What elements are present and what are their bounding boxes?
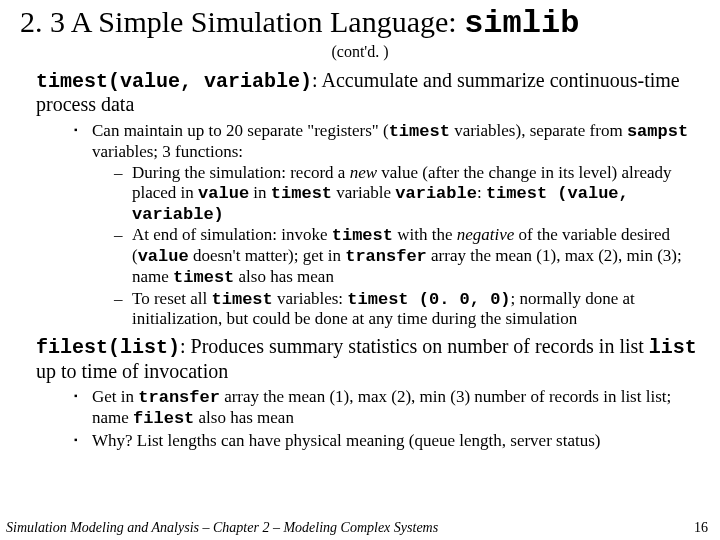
- text: To reset all: [132, 289, 212, 308]
- filest-bullets: Get in transfer array the mean (1), max …: [74, 387, 702, 450]
- text: variables), separate from: [450, 121, 627, 140]
- text: Why? List lengths can have physical mean…: [92, 431, 600, 450]
- text: also has mean: [234, 267, 334, 286]
- code: timest: [332, 226, 393, 245]
- code: value: [138, 247, 189, 266]
- timest-heading: timest(value, variable): Accumulate and …: [36, 69, 702, 117]
- slide: 2. 3 A Simple Simulation Language: simli…: [0, 0, 720, 540]
- emphasis: new: [350, 163, 377, 182]
- code: timest: [389, 122, 450, 141]
- list-item: To reset all timest variables: timest (0…: [114, 289, 702, 329]
- body: timest(value, variable): Accumulate and …: [18, 69, 702, 451]
- code: transfer: [138, 388, 220, 407]
- timest-bullets: Can maintain up to 20 separate "register…: [74, 121, 702, 329]
- filest-signature: filest(list): [36, 336, 180, 359]
- code: variable: [395, 184, 477, 203]
- text: with the: [393, 225, 457, 244]
- timest-signature: timest(value, variable): [36, 70, 312, 93]
- text: also has mean: [194, 408, 294, 427]
- code: timest: [173, 268, 234, 287]
- code: sampst: [627, 122, 688, 141]
- code: timest: [212, 290, 273, 309]
- list-item: During the simulation: record a new valu…: [114, 163, 702, 224]
- footer-text: Simulation Modeling and Analysis – Chapt…: [6, 520, 438, 535]
- title-code: simlib: [464, 5, 579, 42]
- emphasis: negative: [457, 225, 515, 244]
- timest-sublist: During the simulation: record a new valu…: [114, 163, 702, 329]
- text: variable: [332, 183, 395, 202]
- slide-title: 2. 3 A Simple Simulation Language: simli…: [20, 6, 702, 41]
- filest-desc-pre: : Produces summary statistics on number …: [180, 335, 649, 357]
- code: value: [198, 184, 249, 203]
- list-item: Can maintain up to 20 separate "register…: [74, 121, 702, 329]
- filest-heading: filest(list): Produces summary statistic…: [36, 335, 702, 383]
- code: filest: [133, 409, 194, 428]
- title-text: A Simple Simulation Language:: [71, 5, 457, 38]
- continued-label: (cont'd. ): [18, 43, 702, 61]
- list-item: Get in transfer array the mean (1), max …: [74, 387, 702, 428]
- text: Get in: [92, 387, 138, 406]
- code: timest (0. 0, 0): [347, 290, 510, 309]
- text: :: [477, 183, 486, 202]
- text: doesn't matter); get in: [189, 246, 346, 265]
- text: Can maintain up to 20 separate "register…: [92, 121, 389, 140]
- text: in: [249, 183, 271, 202]
- page-number: 16: [694, 520, 708, 536]
- code: timest: [271, 184, 332, 203]
- list-item: Why? List lengths can have physical mean…: [74, 431, 702, 451]
- filest-desc-code: list: [649, 336, 697, 359]
- text: variables:: [273, 289, 348, 308]
- section-number: 2. 3: [20, 5, 65, 38]
- list-item: At end of simulation: invoke timest with…: [114, 225, 702, 287]
- code: transfer: [345, 247, 427, 266]
- text: variables; 3 functions:: [92, 142, 243, 161]
- footer: Simulation Modeling and Analysis – Chapt…: [6, 520, 714, 536]
- filest-desc-post: up to time of invocation: [36, 360, 228, 382]
- text: During the simulation: record a: [132, 163, 350, 182]
- text: At end of simulation: invoke: [132, 225, 332, 244]
